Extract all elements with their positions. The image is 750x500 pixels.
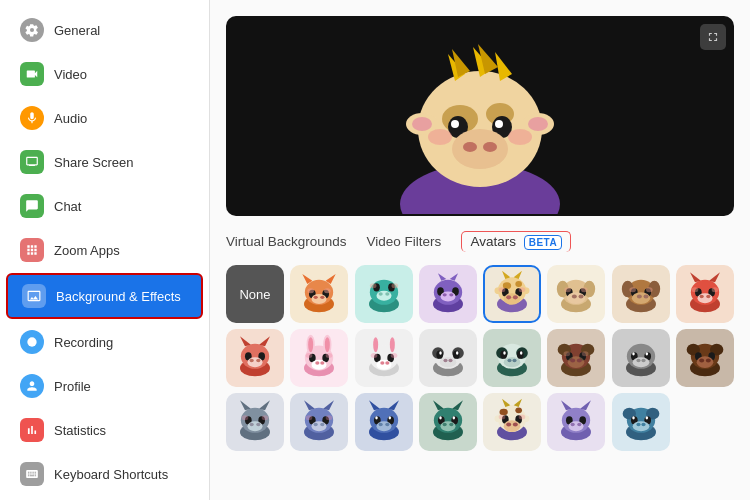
avatar-cell[interactable] — [612, 265, 670, 323]
avatar-cell[interactable] — [290, 329, 348, 387]
svg-point-57 — [515, 281, 522, 287]
svg-point-42 — [385, 292, 389, 295]
avatar-cell[interactable] — [612, 329, 670, 387]
svg-point-109 — [250, 359, 254, 362]
svg-marker-104 — [240, 336, 251, 346]
chat-icon — [20, 194, 44, 218]
svg-point-167 — [577, 358, 582, 362]
sidebar-item-label: Profile — [54, 379, 91, 394]
avatar-cell[interactable] — [612, 393, 670, 451]
svg-point-34 — [308, 288, 315, 293]
svg-point-24 — [508, 129, 532, 145]
avatar-cell[interactable] — [419, 393, 477, 451]
svg-marker-202 — [323, 400, 334, 410]
sidebar-item-keyboard-shortcuts[interactable]: Keyboard Shortcuts — [6, 453, 203, 495]
svg-point-152 — [500, 351, 507, 359]
avatar-cell[interactable] — [419, 265, 477, 323]
svg-point-246 — [519, 415, 526, 420]
svg-point-209 — [326, 415, 333, 420]
svg-point-90 — [646, 287, 653, 292]
avatar-cell[interactable] — [355, 393, 413, 451]
avatar-cell[interactable] — [547, 329, 605, 387]
svg-point-263 — [645, 416, 648, 419]
avatar-cell[interactable] — [483, 393, 541, 451]
tab-video-filters[interactable]: Video Filters — [367, 230, 442, 253]
svg-point-174 — [632, 352, 635, 355]
avatar-cell[interactable] — [290, 393, 348, 451]
svg-point-187 — [706, 358, 711, 362]
svg-point-166 — [570, 358, 575, 362]
svg-point-264 — [632, 421, 649, 431]
svg-point-218 — [376, 421, 391, 431]
svg-point-195 — [250, 423, 254, 426]
svg-point-207 — [321, 423, 325, 426]
svg-point-143 — [439, 351, 442, 354]
svg-point-255 — [578, 423, 582, 426]
svg-point-110 — [256, 359, 260, 362]
sidebar-item-audio[interactable]: Audio — [6, 97, 203, 139]
svg-point-155 — [520, 351, 523, 354]
sidebar-item-video[interactable]: Video — [6, 53, 203, 95]
avatar-cell[interactable] — [290, 265, 348, 323]
svg-point-144 — [456, 351, 459, 354]
avatar-cell[interactable] — [226, 393, 284, 451]
sidebar-item-general[interactable]: General — [6, 9, 203, 51]
svg-point-41 — [378, 292, 382, 295]
svg-point-219 — [378, 423, 382, 426]
svg-point-119 — [312, 360, 327, 370]
avatar-cell[interactable] — [355, 265, 413, 323]
svg-point-154 — [503, 351, 506, 354]
svg-point-266 — [641, 423, 645, 426]
sidebar-item-label: Audio — [54, 111, 87, 126]
avatar-cell[interactable] — [419, 329, 477, 387]
avatar-none[interactable]: None — [226, 265, 284, 323]
svg-point-8 — [412, 117, 432, 131]
svg-point-123 — [326, 353, 333, 358]
sidebar-item-label: Background & Effects — [56, 289, 181, 304]
sidebar-item-label: General — [54, 23, 100, 38]
recording-icon — [20, 330, 44, 354]
tab-avatars[interactable]: Avatars BETA — [461, 231, 571, 252]
avatar-cell[interactable] — [547, 265, 605, 323]
svg-point-115 — [308, 337, 313, 352]
video-preview — [226, 16, 734, 216]
svg-point-68 — [519, 287, 526, 292]
avatar-cell[interactable] — [676, 265, 734, 323]
svg-point-165 — [568, 356, 585, 368]
svg-point-198 — [262, 415, 269, 420]
svg-point-157 — [507, 359, 511, 362]
svg-point-156 — [504, 357, 521, 367]
svg-point-88 — [643, 294, 648, 298]
avatar-cell[interactable] — [355, 329, 413, 387]
tab-virtual-backgrounds[interactable]: Virtual Backgrounds — [226, 230, 347, 253]
avatar-cell-selected[interactable] — [483, 265, 541, 323]
sidebar-item-chat[interactable]: Chat — [6, 185, 203, 227]
svg-point-21 — [463, 142, 477, 152]
profile-icon — [20, 374, 44, 398]
svg-point-100 — [691, 287, 698, 292]
svg-point-121 — [321, 361, 325, 364]
sidebar-item-share-screen[interactable]: Share Screen — [6, 141, 203, 183]
sidebar-item-zoom-apps[interactable]: Zoom Apps — [6, 229, 203, 271]
svg-point-89 — [629, 287, 636, 292]
svg-point-22 — [483, 142, 497, 152]
svg-point-134 — [385, 361, 389, 364]
svg-point-87 — [636, 294, 641, 298]
avatar-cell[interactable] — [483, 329, 541, 387]
expand-button[interactable] — [700, 24, 726, 50]
avatar-cell[interactable] — [547, 393, 605, 451]
svg-point-153 — [517, 351, 524, 359]
svg-point-20 — [452, 129, 508, 169]
svg-point-132 — [376, 360, 391, 370]
avatar-cell[interactable] — [676, 329, 734, 387]
svg-point-101 — [711, 287, 718, 292]
sidebar-item-profile[interactable]: Profile — [6, 365, 203, 407]
sidebar-item-background-effects[interactable]: Background & Effects — [6, 273, 203, 319]
svg-point-230 — [442, 423, 446, 426]
sidebar-item-statistics[interactable]: Statistics — [6, 409, 203, 451]
sidebar-item-label: Recording — [54, 335, 113, 350]
svg-marker-213 — [388, 400, 399, 410]
svg-point-231 — [449, 423, 453, 426]
avatar-cell[interactable] — [226, 329, 284, 387]
sidebar-item-recording[interactable]: Recording — [6, 321, 203, 363]
